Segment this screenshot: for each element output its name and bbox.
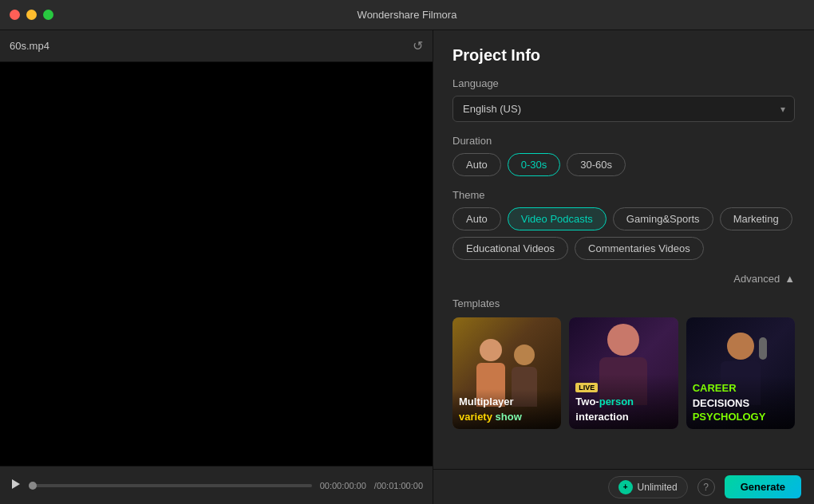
generate-button[interactable]: Generate (725, 475, 801, 498)
unlimited-icon: + (618, 480, 633, 494)
duration-auto-button[interactable]: Auto (452, 153, 501, 176)
playback-controls: 00:00:00:00 /00:01:00:00 (0, 466, 433, 504)
app-title: Wondershare Filmora (358, 9, 457, 21)
live-badge: LIVE (575, 383, 598, 392)
template-card-multiplayer[interactable]: Multiplayer variety show (452, 317, 561, 429)
left-panel: 60s.mp4 ↺ 00:00:00:00 /00:01:00:00 (0, 30, 433, 504)
language-section: Language English (US) Spanish French Ger… (452, 77, 795, 122)
time-total: /00:01:00:00 (374, 481, 423, 490)
project-info-title: Project Info (452, 46, 795, 65)
duration-buttons: Auto 0-30s 30-60s (452, 153, 795, 176)
templates-label: Templates (452, 297, 795, 309)
language-select-wrapper: English (US) Spanish French German Chine… (452, 96, 795, 122)
unlimited-label: Unlimited (638, 482, 678, 493)
progress-bar[interactable] (29, 484, 312, 487)
theme-video-podcasts-button[interactable]: Video Podcasts (508, 207, 607, 230)
right-panel: Project Info Language English (US) Spani… (433, 30, 814, 504)
theme-buttons-row2: Educational Videos Commentaries Videos (452, 237, 795, 260)
template-card-career[interactable]: CAREER DECISIONS PSYCHOLOGY (686, 317, 795, 429)
template-overlay-3: CAREER DECISIONS PSYCHOLOGY (686, 376, 795, 429)
template-card-two-person[interactable]: LIVE Two-person interaction (569, 317, 678, 429)
duration-30-60s-button[interactable]: 30-60s (567, 153, 626, 176)
theme-buttons-row1: Auto Video Podcasts Gaming&Sports Market… (452, 207, 795, 230)
theme-commentaries-button[interactable]: Commentaries Videos (575, 237, 704, 260)
window-controls (10, 10, 53, 20)
advanced-label: Advanced (733, 273, 780, 285)
help-button[interactable]: ? (697, 478, 715, 496)
video-preview (0, 62, 433, 466)
titlebar: Wondershare Filmora (0, 0, 814, 30)
templates-grid: Multiplayer variety show (452, 317, 795, 429)
theme-marketing-button[interactable]: Marketing (720, 207, 792, 230)
advanced-section[interactable]: Advanced ▲ (452, 273, 795, 285)
file-name: 60s.mp4 (10, 40, 49, 52)
duration-0-30s-button[interactable]: 0-30s (508, 153, 561, 176)
progress-thumb (29, 482, 37, 490)
template-overlay-2: LIVE Two-person interaction (569, 374, 678, 429)
svg-marker-0 (12, 479, 20, 489)
time-current: 00:00:00:00 (320, 481, 366, 490)
file-bar: 60s.mp4 ↺ (0, 30, 433, 62)
close-button[interactable] (10, 10, 20, 20)
theme-section: Theme Auto Video Podcasts Gaming&Sports … (452, 189, 795, 260)
duration-section: Duration Auto 0-30s 30-60s (452, 135, 795, 176)
chevron-up-icon: ▲ (784, 273, 795, 285)
templates-section: Templates (452, 297, 795, 429)
main-layout: 60s.mp4 ↺ 00:00:00:00 /00:01:00:00 Proje… (0, 30, 814, 504)
theme-educational-button[interactable]: Educational Videos (452, 237, 568, 260)
refresh-button[interactable]: ↺ (413, 40, 423, 53)
play-button[interactable] (10, 478, 21, 492)
theme-gaming-sports-button[interactable]: Gaming&Sports (613, 207, 713, 230)
duration-label: Duration (452, 135, 795, 147)
theme-label: Theme (452, 189, 795, 201)
bottom-bar: + Unlimited ? Generate (433, 469, 814, 504)
language-select[interactable]: English (US) Spanish French German Chine… (452, 96, 795, 122)
theme-auto-button[interactable]: Auto (452, 207, 501, 230)
template-overlay-1: Multiplayer variety show (452, 389, 561, 429)
maximize-button[interactable] (43, 10, 53, 20)
language-label: Language (452, 77, 795, 89)
minimize-button[interactable] (26, 10, 37, 20)
unlimited-badge[interactable]: + Unlimited (608, 476, 688, 498)
